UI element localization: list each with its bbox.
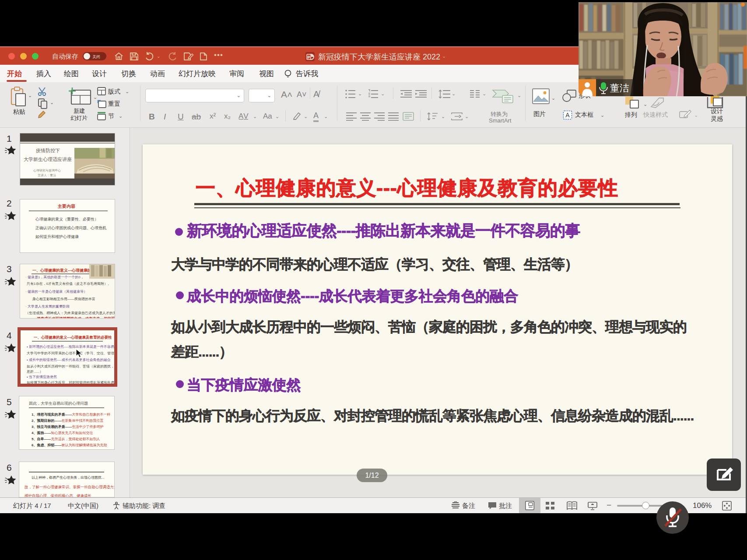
- svg-text:P: P: [307, 55, 310, 60]
- svg-text:A: A: [565, 112, 570, 119]
- svg-text:董洁: 董洁: [610, 83, 629, 94]
